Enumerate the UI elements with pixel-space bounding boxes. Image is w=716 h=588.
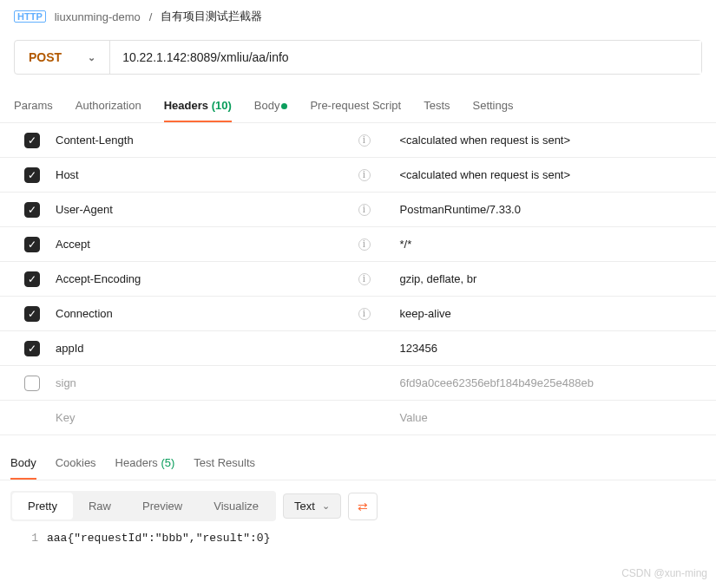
- header-row[interactable]: ✓Hosti<calculated when request is sent>: [0, 158, 716, 193]
- header-checkbox[interactable]: ✓: [24, 341, 40, 356]
- response-tab-headers[interactable]: Headers (5): [115, 456, 175, 480]
- info-icon[interactable]: i: [358, 238, 371, 251]
- tab-body[interactable]: Body: [254, 99, 288, 122]
- response-tab-cookies[interactable]: Cookies: [56, 456, 96, 480]
- url-bar: POST ⌄: [14, 40, 702, 75]
- view-visualize[interactable]: Visualize: [198, 493, 274, 519]
- tab-authorization[interactable]: Authorization: [76, 99, 141, 122]
- header-key-placeholder[interactable]: Key: [49, 411, 358, 424]
- header-value[interactable]: 123456: [393, 342, 703, 355]
- header-checkbox[interactable]: ✓: [24, 202, 40, 218]
- header-value[interactable]: */*: [393, 238, 703, 251]
- headers-table: ✓Content-Lengthi<calculated when request…: [0, 123, 716, 401]
- info-icon[interactable]: i: [358, 204, 371, 216]
- chevron-down-icon: ⌄: [88, 52, 95, 63]
- response-toolbar: Pretty Raw Preview Visualize Text ⌄ ⇄: [0, 480, 716, 532]
- info-icon[interactable]: i: [358, 169, 371, 181]
- header-key[interactable]: Connection: [49, 307, 358, 320]
- view-pretty[interactable]: Pretty: [12, 493, 73, 519]
- header-row[interactable]: ✓appId123456: [0, 331, 716, 366]
- breadcrumb-separator: /: [149, 10, 153, 23]
- method-dropdown[interactable]: POST ⌄: [15, 41, 110, 74]
- header-row[interactable]: ✓Connectionikeep-alive: [0, 297, 716, 331]
- header-checkbox[interactable]: ✓: [24, 306, 40, 322]
- header-checkbox[interactable]: ✓: [24, 167, 40, 183]
- response-line: aaa{"requestId":"bbb","result":0}: [47, 532, 270, 545]
- header-value[interactable]: keep-alive: [393, 307, 703, 320]
- tab-settings[interactable]: Settings: [473, 99, 514, 122]
- header-new-row[interactable]: Key Value: [0, 401, 716, 435]
- header-value[interactable]: <calculated when request is sent>: [393, 168, 703, 181]
- info-icon[interactable]: i: [358, 273, 371, 285]
- tab-tests[interactable]: Tests: [424, 99, 450, 122]
- tab-headers[interactable]: Headers (10): [164, 99, 232, 122]
- header-key[interactable]: Accept: [49, 238, 358, 251]
- view-segment: Pretty Raw Preview Visualize: [10, 491, 276, 521]
- header-key[interactable]: sign: [49, 376, 358, 389]
- breadcrumb: HTTP liuxunming-demo / 自有项目测试拦截器: [0, 0, 716, 31]
- breadcrumb-collection[interactable]: liuxunming-demo: [55, 10, 141, 23]
- header-key[interactable]: Host: [49, 168, 358, 181]
- header-key[interactable]: Accept-Encoding: [49, 272, 358, 285]
- method-label: POST: [29, 50, 62, 64]
- format-dropdown[interactable]: Text ⌄: [283, 493, 341, 519]
- info-icon[interactable]: i: [358, 308, 371, 320]
- response-tabs: Body Cookies Headers (5) Test Results: [0, 435, 716, 480]
- wrap-icon: ⇄: [358, 500, 368, 513]
- header-key[interactable]: appId: [49, 342, 358, 355]
- response-tab-body[interactable]: Body: [10, 456, 36, 480]
- view-preview[interactable]: Preview: [127, 493, 198, 519]
- http-method-icon: HTTP: [14, 10, 46, 23]
- header-key[interactable]: User-Agent: [49, 203, 358, 216]
- tab-prereq[interactable]: Pre-request Script: [310, 99, 401, 122]
- header-value[interactable]: gzip, deflate, br: [393, 272, 703, 285]
- header-value[interactable]: <calculated when request is sent>: [393, 134, 703, 147]
- header-key[interactable]: Content-Length: [49, 134, 358, 147]
- header-checkbox[interactable]: ✓: [24, 271, 40, 287]
- url-input[interactable]: [110, 41, 701, 74]
- header-row[interactable]: ✓Accepti*/*: [0, 227, 716, 262]
- info-icon[interactable]: i: [358, 134, 371, 147]
- wrap-lines-button[interactable]: ⇄: [348, 493, 378, 520]
- header-value[interactable]: 6fd9a0cee62356ebf184b49e25e488eb: [393, 376, 703, 389]
- header-row[interactable]: ✓Content-Lengthi<calculated when request…: [0, 123, 716, 158]
- chevron-down-icon: ⌄: [322, 500, 330, 512]
- response-tab-tests[interactable]: Test Results: [194, 456, 255, 480]
- header-checkbox[interactable]: ✓: [24, 237, 40, 252]
- header-row[interactable]: ✓User-AgentiPostmanRuntime/7.33.0: [0, 193, 716, 227]
- header-value[interactable]: PostmanRuntime/7.33.0: [393, 203, 703, 216]
- header-checkbox[interactable]: ✓: [24, 133, 40, 148]
- header-row[interactable]: sign6fd9a0cee62356ebf184b49e25e488eb: [0, 366, 716, 401]
- line-number: 1: [10, 532, 47, 545]
- view-raw[interactable]: Raw: [73, 493, 127, 519]
- header-value-placeholder[interactable]: Value: [393, 411, 703, 424]
- breadcrumb-request-name: 自有项目测试拦截器: [161, 9, 262, 24]
- dot-indicator-icon: [281, 103, 287, 109]
- tab-params[interactable]: Params: [14, 99, 53, 122]
- header-checkbox[interactable]: [24, 376, 40, 391]
- header-row[interactable]: ✓Accept-Encodingigzip, deflate, br: [0, 262, 716, 297]
- response-body[interactable]: 1 aaa{"requestId":"bbb","result":0}: [0, 532, 716, 555]
- request-tabs: Params Authorization Headers (10) Body P…: [0, 83, 716, 123]
